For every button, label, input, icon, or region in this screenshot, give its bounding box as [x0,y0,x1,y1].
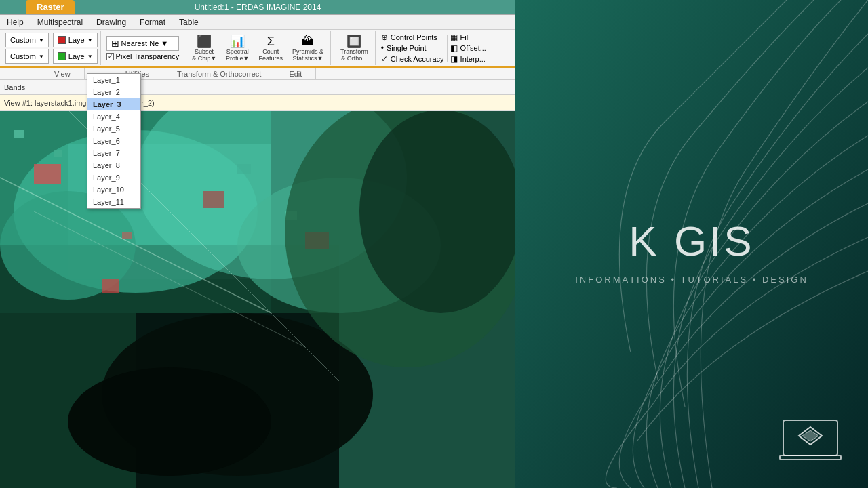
section-view: View [0,68,85,79]
layer-dropdown-menu[interactable]: Layer_1 Layer_2 Layer_3 Layer_4 Layer_5 … [87,73,141,209]
subset-icon: ⬛ [197,34,212,49]
offset-btn[interactable]: ◧ Offset... [450,43,486,53]
layer-3-item[interactable]: Layer_3 [87,98,140,110]
count-features-btn[interactable]: Σ CountFeatures [255,33,288,64]
info-bar: View #1: layerstack1.img( Layer_3)( Laye… [0,95,515,111]
kgis-subtitle: INFORMATIONS • TUTORIALS • DESIGN [515,274,868,285]
layer-4-item[interactable]: Layer_4 [87,110,140,123]
pixel-transparency-checkbox[interactable] [106,53,114,60]
check-icon: ✓ [381,54,388,64]
chevron-down-icon: ▼ [161,39,168,47]
chevron-down-icon: ▼ [39,54,44,60]
menu-drawing[interactable]: Drawing [90,16,133,28]
transform-group: 🔲 Transform& Ortho... [334,31,376,65]
spectral-icon: 📊 [230,34,245,49]
menu-table[interactable]: Table [172,16,205,28]
chevron-down-icon: ▼ [87,54,93,60]
section-labels: View Utilities Transform & Orthocorrect … [0,68,515,80]
menu-help[interactable]: Help [0,16,31,28]
custom-dropdown-2[interactable]: Custom ▼ [5,49,49,64]
svg-rect-22 [122,232,132,239]
color-red-icon [58,36,66,44]
count-icon: Σ [267,35,275,49]
title-text: Untitled:1 - ERDAS IMAGINE 2014 [195,3,321,12]
spectral-profile-btn[interactable]: 📊 SpectralProfile▼ [222,33,253,64]
right-panel: K GIS INFORMATIONS • TUTORIALS • DESIGN [515,0,868,488]
chevron-down-icon: ▼ [39,37,44,43]
point-icon: • [381,43,384,53]
control-points-btn[interactable]: ⊕ Control Points [381,33,444,42]
layer-2-item[interactable]: Layer_2 [87,86,140,98]
fill-icon: ▦ [450,33,458,42]
layer-9-item[interactable]: Layer_9 [87,171,140,184]
layer-6-item[interactable]: Layer_6 [87,135,140,147]
transform-icon: 🔲 [347,34,361,49]
layer-10-item[interactable]: Layer_10 [87,184,140,196]
custom-group: Custom ▼ Custom ▼ Laye ▼ Laye ▼ [3,31,101,65]
interp-icon: ◨ [450,54,458,64]
menu-format[interactable]: Format [133,16,172,28]
single-point-btn[interactable]: • Single Point [381,43,444,53]
bands-label: Bands [4,83,25,92]
title-bar: Untitled:1 - ERDAS IMAGINE 2014 [0,0,515,15]
nearest-group: ⊞ Nearest Ne ▼ Pixel Transparency [104,31,183,65]
nearest-neighbor-btn[interactable]: ⊞ Nearest Ne ▼ [106,36,180,51]
layer-5-item[interactable]: Layer_5 [87,123,140,135]
pyramids-statistics-btn[interactable]: 🏔 Pyramids &Statistics▼ [288,33,328,64]
layer-8-item[interactable]: Layer_8 [87,159,140,171]
check-accuracy-btn[interactable]: ✓ Check Accuracy [381,54,444,64]
pixel-transparency-row[interactable]: Pixel Transparency [106,52,180,60]
layer-1-item[interactable]: Layer_1 [87,74,140,86]
svg-rect-12 [102,279,119,293]
kgis-title: K GIS [515,217,868,265]
offset-icon: ◧ [450,43,458,53]
menu-bar: Help Multispectral Drawing Format Table [0,15,515,30]
svg-rect-10 [203,191,224,208]
section-transform: Transform & Orthocorrect [163,68,275,79]
svg-point-14 [68,367,271,476]
toolbar: Custom ▼ Custom ▼ Laye ▼ Laye ▼ [0,30,515,68]
main-image [0,111,515,488]
svg-rect-19 [54,150,62,157]
nearest-icon: ⊞ [111,38,119,49]
color-green-icon [58,52,66,60]
utilities-group: ⬛ Subset& Chip▼ 📊 SpectralProfile▼ Σ Cou… [185,31,331,65]
control-icon: ⊕ [381,33,388,42]
layer-11-item[interactable]: Layer_11 [87,196,140,208]
interp-btn[interactable]: ◨ Interp... [450,54,486,64]
layer-7-item[interactable]: Layer_7 [87,147,140,159]
section-edit: Edit [275,68,316,79]
layer-dropdown-btn-2[interactable]: Laye ▼ [53,49,98,64]
chevron-down-icon: ▼ [87,37,93,43]
control-points-group: ⊕ Control Points • Single Point ✓ Check … [378,31,489,65]
transform-orthocorrect-btn[interactable]: 🔲 Transform& Ortho... [336,33,372,64]
raster-tab[interactable]: Raster [26,0,75,14]
svg-rect-9 [34,164,61,184]
pyramids-icon: 🏔 [302,35,314,49]
fill-btn[interactable]: ▦ Fill [450,33,486,42]
svg-rect-20 [237,164,251,174]
subset-chip-btn[interactable]: ⬛ Subset& Chip▼ [188,33,220,64]
svg-rect-18 [14,130,24,138]
menu-multispectral[interactable]: Multispectral [31,16,90,28]
layer-dropdown-btn-1[interactable]: Laye ▼ [53,33,98,47]
bands-row: Bands [0,80,515,95]
custom-dropdown-1[interactable]: Custom ▼ [5,33,49,47]
